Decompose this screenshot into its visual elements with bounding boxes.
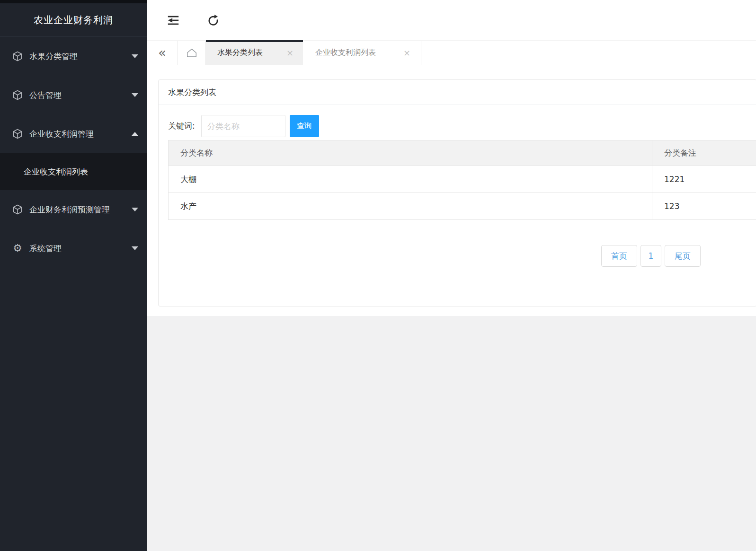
pagination: 首页 1 尾页 [159,245,756,267]
page-number-button[interactable]: 1 [640,245,661,267]
search-row: 关键词: 查询 [159,105,756,137]
tab-income-expense-profit-list[interactable]: 企业收支利润列表 × [303,41,421,65]
gear-icon: ⚙ [12,243,23,254]
cube-icon [12,89,23,101]
page-title: 水果分类列表 [159,80,756,105]
tab-bar: « 水果分类列表 × 企业收支利润列表 × [147,40,756,65]
cell-category-name: 水产 [169,193,652,220]
sidebar-item-profit-forecast[interactable]: 企业财务利润预测管理 [0,190,147,229]
main-area: « 水果分类列表 × 企业收支利润列表 × 水果分类列表 关键词: [147,0,756,551]
sidebar-item-announcement[interactable]: 公告管理 [0,76,147,114]
cell-category-note: 1221 [652,166,756,193]
column-header-note: 分类备注 [652,140,756,166]
home-tab[interactable] [178,41,206,65]
sidebar-top-strip [0,0,147,3]
cube-icon [12,128,23,140]
search-button[interactable]: 查询 [290,115,319,137]
sidebar-subitem-income-expense-profit-list[interactable]: 企业收支利润列表 [0,153,147,190]
keyword-label: 关键词: [168,121,195,131]
chevron-up-icon [132,132,138,136]
sidebar-item-label: 企业财务利润预测管理 [29,204,129,215]
close-icon[interactable]: × [286,49,294,57]
refresh-icon[interactable] [206,14,220,27]
category-table: 分类名称 分类备注 大棚 1221 水产 123 [168,140,756,220]
page-content: 水果分类列表 关键词: 查询 分类名称 分类备注 [147,65,756,316]
background-area [147,316,756,551]
cell-category-note: 123 [652,193,756,220]
app-title: 农业企业财务利润 [0,3,147,37]
sidebar-item-label: 企业收支利润管理 [29,129,129,140]
tab-label: 企业收支利润列表 [315,48,376,58]
collapse-tabs-icon[interactable]: « [147,41,178,65]
tab-fruit-category-list[interactable]: 水果分类列表 × [206,41,303,65]
home-icon [186,47,198,59]
sidebar-item-system-management[interactable]: ⚙ 系统管理 [0,229,147,268]
collapse-sidebar-icon[interactable] [167,14,180,27]
cell-category-name: 大棚 [169,166,652,193]
tab-label: 水果分类列表 [217,48,263,58]
first-page-button[interactable]: 首页 [601,245,637,267]
chevron-down-icon [132,208,138,211]
chevron-down-icon [132,246,138,250]
cube-icon [12,51,23,62]
sidebar-item-label: 水果分类管理 [29,51,129,62]
column-header-name: 分类名称 [169,140,652,166]
table-row: 水产 123 [169,193,756,220]
close-icon[interactable]: × [403,49,410,57]
sidebar-subitem-label: 企业收支利润列表 [24,166,88,177]
table-row: 大棚 1221 [169,166,756,193]
last-page-button[interactable]: 尾页 [665,245,701,267]
fruit-category-card: 水果分类列表 关键词: 查询 分类名称 分类备注 [158,79,756,306]
sidebar: 农业企业财务利润 水果分类管理 公告管理 [0,0,147,551]
sidebar-item-fruit-category[interactable]: 水果分类管理 [0,37,147,76]
chevron-down-icon [132,93,138,97]
table-header-row: 分类名称 分类备注 [169,140,756,166]
sidebar-item-income-expense-profit[interactable]: 企业收支利润管理 [0,114,147,153]
app-window: 农业企业财务利润 水果分类管理 公告管理 [0,0,756,551]
topbar [147,0,756,40]
sidebar-item-label: 公告管理 [29,90,129,101]
cube-icon [12,204,23,215]
sidebar-item-label: 系统管理 [29,243,129,254]
chevron-down-icon [132,54,138,58]
search-input[interactable] [201,115,285,137]
